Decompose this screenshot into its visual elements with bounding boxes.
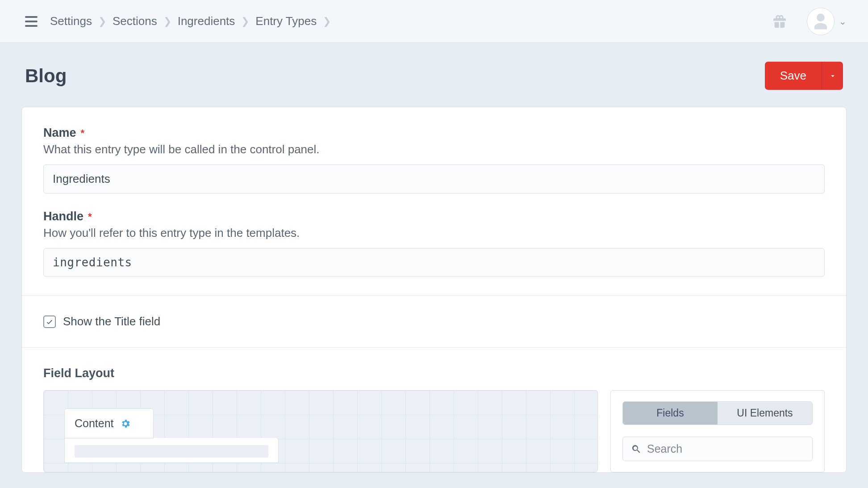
page-header: Blog Save xyxy=(0,43,868,107)
chevron-down-icon: ⌄ xyxy=(839,16,847,27)
field-layout-canvas[interactable]: Content xyxy=(43,390,598,472)
breadcrumb-item[interactable]: Ingredients xyxy=(178,14,235,28)
chevron-right-icon: ❯ xyxy=(98,17,106,26)
layout-tab-label: Content xyxy=(75,417,114,430)
save-button-group: Save xyxy=(765,62,843,90)
breadcrumb-item[interactable]: Sections xyxy=(113,14,157,28)
library-search-input[interactable] xyxy=(647,442,804,455)
breadcrumb-item[interactable]: Settings xyxy=(50,14,92,28)
segment-fields[interactable]: Fields xyxy=(623,402,718,425)
name-input[interactable] xyxy=(43,164,825,194)
identity-section: Name * What this entry type will be call… xyxy=(22,107,846,296)
edit-entry-type-card: Name * What this entry type will be call… xyxy=(21,107,847,473)
page-title: Blog xyxy=(25,65,67,87)
handle-input[interactable] xyxy=(43,248,825,277)
layout-tab-body[interactable] xyxy=(64,438,279,463)
show-title-checkbox[interactable] xyxy=(43,316,56,328)
handle-field: Handle * How you'll refer to this entry … xyxy=(43,210,825,277)
name-field: Name * What this entry type will be call… xyxy=(43,126,825,194)
save-menu-button[interactable] xyxy=(822,62,843,90)
name-label: Name * xyxy=(43,126,825,140)
required-indicator: * xyxy=(88,211,92,223)
breadcrumb-item[interactable]: Entry Types xyxy=(255,14,317,28)
name-instructions: What this entry type will be called in t… xyxy=(43,143,825,156)
field-library-sidebar: Fields UI Elements xyxy=(610,390,825,472)
gear-icon[interactable] xyxy=(120,418,131,429)
topbar: Settings ❯ Sections ❯ Ingredients ❯ Entr… xyxy=(0,0,868,43)
avatar xyxy=(807,8,835,35)
gift-icon[interactable] xyxy=(772,14,787,29)
library-segmented-control: Fields UI Elements xyxy=(622,401,813,425)
field-layout-designer: Content Fields UI Elements xyxy=(43,390,825,472)
search-icon xyxy=(631,444,642,454)
save-button[interactable]: Save xyxy=(765,62,822,90)
chevron-right-icon: ❯ xyxy=(163,17,171,26)
chevron-right-icon: ❯ xyxy=(241,17,249,26)
field-layout-heading: Field Layout xyxy=(43,366,825,380)
layout-tab[interactable]: Content xyxy=(64,408,154,438)
required-indicator: * xyxy=(81,127,85,139)
menu-toggle[interactable] xyxy=(25,15,38,28)
user-menu[interactable]: ⌄ xyxy=(807,8,847,35)
handle-instructions: How you'll refer to this entry type in t… xyxy=(43,226,825,240)
show-title-checkbox-row[interactable]: Show the Title field xyxy=(43,315,825,328)
show-title-label: Show the Title field xyxy=(63,315,160,328)
check-icon xyxy=(46,318,54,326)
segment-ui-elements[interactable]: UI Elements xyxy=(718,402,812,425)
handle-label: Handle * xyxy=(43,210,825,223)
field-layout-section: Field Layout Content Fields UI Eleme xyxy=(22,348,846,472)
chevron-right-icon: ❯ xyxy=(323,17,331,26)
title-toggle-section: Show the Title field xyxy=(22,296,846,348)
breadcrumb: Settings ❯ Sections ❯ Ingredients ❯ Entr… xyxy=(50,14,331,28)
field-slot[interactable] xyxy=(75,445,268,458)
library-search[interactable] xyxy=(622,437,813,461)
